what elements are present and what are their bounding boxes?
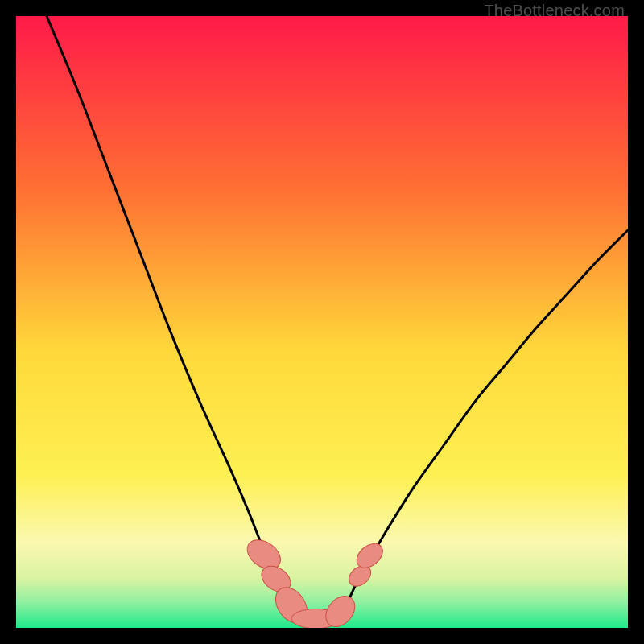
curve-svg bbox=[16, 16, 628, 628]
plot-area bbox=[16, 16, 628, 628]
bottleneck-curve bbox=[47, 16, 628, 620]
data-dots-group bbox=[242, 534, 387, 628]
chart-frame: TheBottleneck.com bbox=[0, 0, 644, 644]
